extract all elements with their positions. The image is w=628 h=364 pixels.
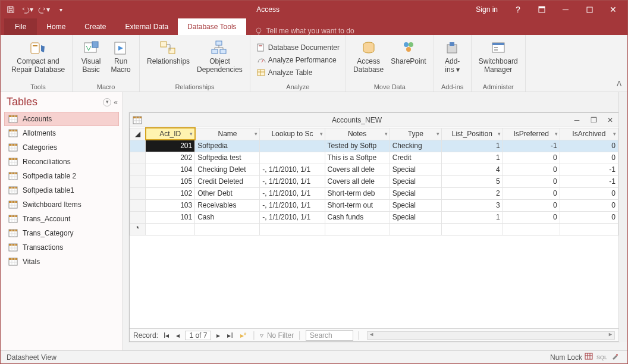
table-row[interactable]: 101Cash-, 1/1/2010, 1/1Cash fundsSpecial…: [130, 211, 618, 223]
cell[interactable]: 0: [560, 187, 618, 199]
tab-home[interactable]: Home: [37, 18, 75, 35]
search-box[interactable]: Search: [306, 330, 353, 341]
cell[interactable]: Short-term out: [325, 199, 390, 211]
column-dropdown-icon[interactable]: ▾: [190, 131, 193, 137]
column-dropdown-icon[interactable]: ▾: [613, 131, 616, 137]
cell[interactable]: Special: [390, 175, 441, 187]
new-record-row[interactable]: *: [130, 223, 618, 235]
navpane-collapse-icon[interactable]: «: [114, 98, 118, 106]
first-record-button[interactable]: I◂: [162, 331, 171, 340]
compact-repair-button[interactable]: Compact and Repair Database: [8, 37, 68, 82]
column-header[interactable]: IsArchived▾: [560, 128, 618, 140]
win-restore-button[interactable]: ❐: [585, 116, 602, 124]
no-filter-label[interactable]: No Filter: [267, 331, 294, 340]
navpane-title[interactable]: Tables: [7, 96, 37, 108]
cell[interactable]: 0: [560, 152, 618, 164]
table-item-trans-account[interactable]: Trans_Account: [4, 212, 119, 226]
column-header[interactable]: Act_ID▾: [146, 128, 195, 140]
analyze-table-button[interactable]: Analyze Table: [254, 67, 342, 79]
row-selector[interactable]: [130, 164, 146, 175]
cell[interactable]: Special: [390, 187, 441, 199]
column-dropdown-icon[interactable]: ▾: [255, 131, 258, 137]
maximize-button[interactable]: [579, 1, 600, 18]
cell[interactable]: 1: [442, 140, 503, 152]
cell[interactable]: 0: [503, 199, 560, 211]
column-dropdown-icon[interactable]: ▾: [385, 131, 388, 137]
cell[interactable]: Short-term deb: [325, 187, 390, 199]
save-icon[interactable]: [4, 3, 17, 16]
analyze-performance-button[interactable]: Analyze Performance: [254, 54, 342, 66]
tell-me-box[interactable]: Tell me what you want to do: [246, 27, 363, 35]
cell[interactable]: 3: [442, 199, 503, 211]
next-record-button[interactable]: ▸: [215, 331, 222, 340]
table-item-softpedia-table1[interactable]: Softpedia table1: [4, 183, 119, 197]
cell[interactable]: 2: [442, 187, 503, 199]
filter-icon[interactable]: ▿: [260, 331, 263, 340]
table-item-reconciliations[interactable]: Reconciliations: [4, 155, 119, 169]
tab-file[interactable]: File: [4, 18, 37, 35]
object-dependencies-button[interactable]: Object Dependencies: [193, 37, 246, 82]
cell[interactable]: Checking Delet: [195, 164, 260, 175]
table-row[interactable]: 104Checking Delet-, 1/1/2010, 1/1Covers …: [130, 164, 618, 175]
select-all-cell[interactable]: ◢: [130, 128, 146, 140]
visual-basic-button[interactable]: Visual Basic: [76, 37, 106, 82]
collapse-ribbon-icon[interactable]: ᐱ: [617, 80, 621, 88]
design-view-icon[interactable]: [608, 352, 621, 362]
cell[interactable]: -1: [560, 164, 618, 175]
column-header[interactable]: Notes▾: [325, 128, 390, 140]
cell[interactable]: 0: [560, 211, 618, 223]
minimize-button[interactable]: ─: [555, 1, 576, 18]
ribbon-display-options-icon[interactable]: [531, 1, 552, 18]
sharepoint-button[interactable]: SharePoint: [387, 37, 429, 82]
cell[interactable]: -, 1/1/2010, 1/1: [260, 187, 325, 199]
cell[interactable]: Receivables: [195, 199, 260, 211]
cell[interactable]: -1: [503, 140, 560, 152]
run-macro-button[interactable]: Run Macro: [106, 37, 136, 82]
cell[interactable]: -, 1/1/2010, 1/1: [260, 199, 325, 211]
cell[interactable]: 0: [503, 152, 560, 164]
win-close-button[interactable]: ✕: [602, 116, 618, 124]
column-dropdown-icon[interactable]: ▾: [437, 131, 439, 137]
tab-external-data[interactable]: External Data: [115, 18, 178, 35]
cell[interactable]: -, 1/1/2010, 1/1: [260, 211, 325, 223]
cell[interactable]: 0: [503, 211, 560, 223]
table-row[interactable]: 105Credit Deleted-, 1/1/2010, 1/1Covers …: [130, 175, 618, 187]
cell[interactable]: Softpedia test: [195, 152, 260, 164]
sql-view-icon[interactable]: SQL: [595, 354, 608, 360]
column-header[interactable]: Type▾: [390, 128, 441, 140]
cell[interactable]: 0: [503, 187, 560, 199]
table-item-switchboard-items[interactable]: Switchboard Items: [4, 197, 119, 212]
datasheet-view-icon[interactable]: [582, 353, 595, 362]
cell[interactable]: 0: [503, 175, 560, 187]
cell[interactable]: 0: [560, 140, 618, 152]
cell[interactable]: Credit: [390, 152, 441, 164]
cell[interactable]: 1: [442, 152, 503, 164]
switchboard-manager-button[interactable]: Switchboard Manager: [475, 37, 522, 82]
addins-button[interactable]: Add- ins ▾: [438, 37, 467, 82]
relationships-button[interactable]: Relationships: [143, 37, 193, 82]
prev-record-button[interactable]: ◂: [174, 331, 181, 340]
table-item-vitals[interactable]: Vitals: [4, 255, 119, 269]
datasheet-table[interactable]: ◢Act_ID▾Name▾Lookup to Sc▾Notes▾Type▾Lis…: [130, 127, 618, 236]
row-selector[interactable]: [130, 140, 146, 152]
cell[interactable]: Checking: [390, 140, 441, 152]
cell[interactable]: Other Debt: [195, 187, 260, 199]
table-item-trans-category[interactable]: Trans_Category: [4, 226, 119, 240]
cell[interactable]: Cash funds: [325, 211, 390, 223]
table-item-softpedia-table-2[interactable]: Softpedia table 2: [4, 169, 119, 183]
table-item-accounts[interactable]: Accounts: [4, 112, 119, 126]
database-documenter-button[interactable]: Database Documenter: [254, 42, 342, 54]
cell[interactable]: 101: [146, 211, 195, 223]
cell[interactable]: Special: [390, 199, 441, 211]
cell[interactable]: 5: [442, 175, 503, 187]
cell[interactable]: [260, 152, 325, 164]
access-database-button[interactable]: Access Database: [350, 37, 387, 82]
cell[interactable]: Special: [390, 164, 441, 175]
row-selector[interactable]: [130, 199, 146, 211]
cell[interactable]: -1: [560, 175, 618, 187]
cell[interactable]: 0: [560, 199, 618, 211]
last-record-button[interactable]: ▸I: [225, 331, 234, 340]
cell[interactable]: Covers all dele: [325, 164, 390, 175]
column-dropdown-icon[interactable]: ▾: [320, 131, 323, 137]
column-header[interactable]: List_Position▾: [442, 128, 503, 140]
